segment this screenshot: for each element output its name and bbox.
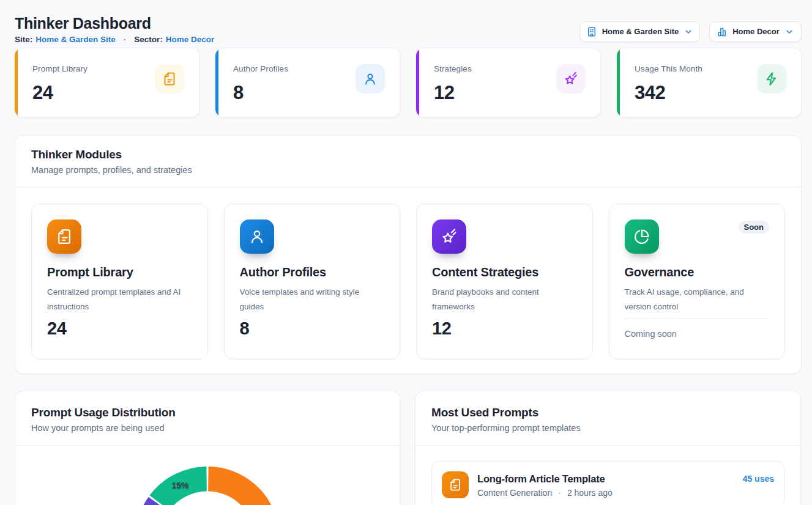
module-description: Track AI usage, compliance, and version … [625, 285, 770, 314]
building-icon [586, 26, 597, 37]
usage-chart-area: 45%25%15%15% [15, 446, 400, 505]
modules-header: Thinker Modules Manage prompts, profiles… [15, 136, 801, 188]
file-text-icon [155, 64, 184, 94]
donut-slice-label: 15% [171, 481, 189, 490]
prompts-list: Long-form Article Template Content Gener… [415, 446, 800, 505]
stat-card-usage: Usage This Month 342 [617, 48, 802, 117]
prompt-category: Content Generation [477, 487, 552, 498]
stat-card-prompt-library: Prompt Library 24 [15, 48, 199, 117]
modules-grid: Prompt Library Centralized prompt templa… [15, 188, 801, 374]
module-description: Centralized prompt templates and AI inst… [47, 285, 192, 314]
module-title: Prompt Library [47, 264, 192, 280]
sector-label: Sector: [134, 34, 163, 45]
modules-subtitle: Manage prompts, profiles, and strategies [31, 164, 785, 176]
header-titles: Thinker Dashboard Site: Home & Garden Si… [15, 13, 214, 45]
module-card-author-profiles[interactable]: Author Profiles Voice templates and writ… [224, 204, 401, 359]
prompt-meta: Content Generation · 2 hours ago [477, 487, 734, 498]
module-title: Author Profiles [240, 264, 385, 280]
usage-subtitle: How your prompts are being used [31, 422, 384, 434]
stat-card-author-profiles: Author Profiles 8 [215, 48, 400, 117]
stat-accent-bar [416, 48, 419, 117]
stat-accent-bar [15, 48, 18, 117]
usage-donut-chart: 45%25%15%15% [15, 447, 400, 505]
bar-chart-icon [717, 26, 728, 37]
sparkle-star-icon [432, 219, 466, 254]
page-title: Thinker Dashboard [15, 14, 214, 32]
prompts-subtitle: Your top-performing prompt templates [431, 422, 784, 434]
sector-select-label: Home Decor [732, 27, 780, 36]
sector-select[interactable]: Home Decor [709, 21, 802, 42]
breadcrumb: Site: Home & Garden Site · Sector: Home … [15, 34, 214, 45]
module-count: 12 [432, 319, 577, 338]
module-description: Voice templates and writing style guides [240, 285, 385, 314]
stat-value: 8 [233, 82, 288, 104]
modules-title: Thinker Modules [31, 147, 785, 162]
module-divider [625, 318, 770, 319]
module-count: 8 [240, 319, 385, 338]
stat-value: 342 [635, 82, 702, 104]
chevron-down-icon [784, 27, 794, 37]
module-card-content-strategies[interactable]: Content Strategies Brand playbooks and c… [416, 204, 593, 359]
dashboard-page: Thinker Dashboard Site: Home & Garden Si… [0, 0, 812, 505]
module-title: Content Strategies [432, 264, 577, 280]
most-used-prompts-card: Most Used Prompts Your top-performing pr… [415, 391, 801, 505]
coming-soon-text: Coming soon [625, 329, 770, 339]
chevron-down-icon [683, 27, 693, 37]
prompts-header: Most Used Prompts Your top-performing pr… [415, 391, 800, 446]
sector-link[interactable]: Home Decor [166, 34, 215, 45]
usage-distribution-card: Prompt Usage Distribution How your promp… [15, 391, 400, 505]
module-card-prompt-library[interactable]: Prompt Library Centralized prompt templa… [31, 204, 208, 359]
module-card-governance[interactable]: Soon Governance Track AI usage, complian… [609, 204, 786, 359]
module-count: 24 [47, 319, 192, 338]
stat-label: Author Profiles [233, 64, 288, 73]
site-label: Site: [15, 34, 32, 45]
site-link[interactable]: Home & Garden Site [35, 34, 116, 45]
module-title: Governance [625, 264, 770, 280]
stat-label: Usage This Month [635, 64, 702, 73]
user-icon [240, 219, 274, 254]
header-controls: Home & Garden Site Home Decor [579, 21, 802, 42]
site-select-label: Home & Garden Site [602, 27, 679, 36]
donut-slice[interactable] [208, 466, 280, 505]
prompt-time: 2 hours ago [567, 487, 613, 498]
pie-chart-icon [625, 219, 659, 254]
prompt-title: Long-form Article Template [477, 472, 734, 485]
stat-label: Prompt Library [32, 64, 88, 73]
file-text-icon [47, 219, 81, 254]
stat-accent-bar [617, 48, 620, 117]
stat-card-strategies: Strategies 12 [416, 48, 601, 117]
usage-header: Prompt Usage Distribution How your promp… [15, 391, 400, 446]
stat-label: Strategies [434, 64, 472, 73]
usage-title: Prompt Usage Distribution [31, 405, 384, 420]
user-icon [356, 64, 385, 94]
breadcrumb-separator: · [124, 34, 127, 45]
stat-accent-bar [215, 48, 218, 117]
file-text-icon [442, 471, 469, 498]
bottom-panels: Prompt Usage Distribution How your promp… [15, 391, 802, 505]
meta-separator: · [558, 487, 561, 498]
sparkle-star-icon [556, 64, 586, 94]
site-select[interactable]: Home & Garden Site [579, 21, 700, 42]
stat-cards: Prompt Library 24 Author Profiles 8 Stra… [15, 48, 802, 117]
module-description: Brand playbooks and content frameworks [432, 285, 577, 314]
prompts-title: Most Used Prompts [431, 405, 784, 420]
thinker-modules-section: Thinker Modules Manage prompts, profiles… [15, 135, 802, 375]
prompt-list-item[interactable]: Long-form Article Template Content Gener… [431, 461, 784, 505]
soon-badge: Soon [739, 221, 770, 234]
stat-value: 12 [434, 82, 472, 104]
zap-icon [757, 64, 786, 94]
prompt-uses-badge: 45 uses [743, 474, 774, 484]
header: Thinker Dashboard Site: Home & Garden Si… [15, 13, 802, 48]
stat-value: 24 [32, 82, 88, 104]
